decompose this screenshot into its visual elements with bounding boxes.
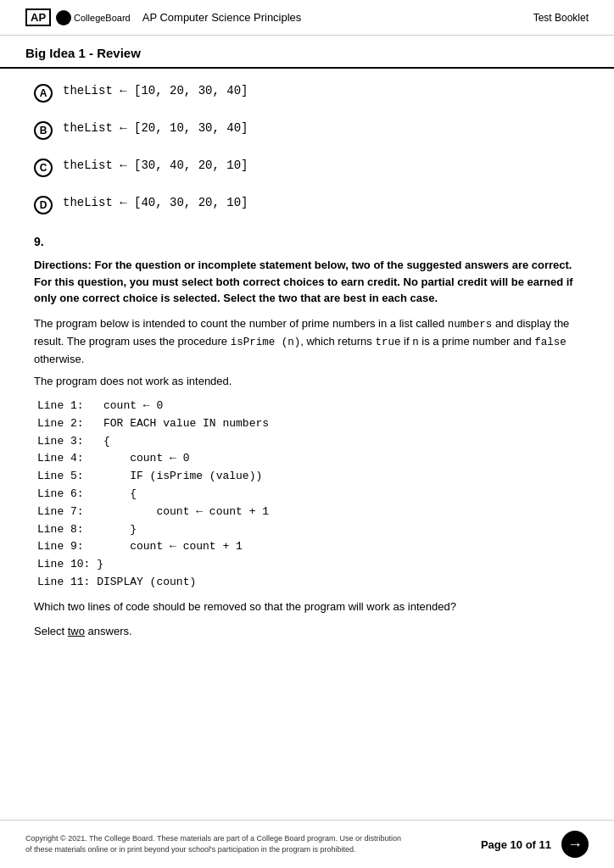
page-number: Page 10 of 11 (481, 838, 551, 851)
choice-a-circle: A (34, 84, 53, 103)
code-line-2: Line 2: FOR EACH value IN numbers (37, 415, 580, 433)
code-line-8: Line 8: } (37, 521, 580, 539)
ap-logo: AP (25, 8, 51, 26)
acorn-icon (56, 10, 71, 25)
body-text-5: is a prime number and (419, 335, 535, 348)
footer-text-2-underline: two (68, 625, 85, 637)
section-heading: Big Idea 1 - Review (0, 36, 614, 69)
collegeboard-logo: CollegeBoard (56, 10, 131, 25)
code-line-10: Line 10: } (37, 556, 580, 574)
arrow-icon: → (567, 836, 583, 854)
question-9: 9. Directions: For the question or incom… (34, 235, 580, 640)
choice-d-text: theList ← [40, 30, 20, 10] (63, 194, 248, 209)
choice-c-text: theList ← [30, 40, 20, 10] (63, 157, 248, 172)
code-line-7: Line 7: count ← count + 1 (37, 504, 580, 521)
body-text-3: , which returns (300, 335, 375, 348)
answer-choices: A theList ← [10, 20, 30, 40] B theList ←… (34, 82, 580, 214)
choice-c-circle: C (34, 159, 53, 177)
directions-text: Directions: For the question or incomple… (34, 257, 580, 307)
code-line-11: Line 11: DISPLAY (count) (37, 574, 580, 592)
choice-d[interactable]: D theList ← [40, 30, 20, 10] (34, 194, 580, 214)
directions-bold: Directions: For the question or incomple… (34, 259, 573, 304)
question-body-1: The program below is intended to count t… (34, 315, 580, 369)
body-code-isprime: isPrime (n) (231, 337, 301, 348)
header-right-label: Test Booklet (533, 12, 589, 24)
body-code-numbers: numbers (448, 319, 493, 331)
choice-b-letter: B (40, 125, 47, 136)
choice-b-circle: B (34, 121, 53, 140)
choice-b-text: theList ← [20, 10, 30, 40] (63, 120, 248, 135)
code-line-4: Line 4: count ← 0 (37, 450, 580, 468)
body-text-4: if (400, 335, 412, 348)
main-content: A theList ← [10, 20, 30, 40] B theList ←… (0, 82, 614, 640)
header-title: AP Computer Science Principles (142, 11, 302, 24)
code-line-5: Line 5: IF (isPrime (value)) (37, 468, 580, 486)
page-footer: Copyright © 2021. The College Board. The… (0, 820, 614, 868)
ap-text: AP (31, 11, 46, 24)
body-code-false: false (534, 337, 567, 348)
question-number: 9. (34, 235, 580, 248)
choice-b[interactable]: B theList ← [20, 10, 30, 40] (34, 120, 580, 140)
choice-a[interactable]: A theList ← [10, 20, 30, 40] (34, 82, 580, 103)
cb-label: CollegeBoard (74, 13, 131, 23)
footer-text-1: Which two lines of code should be remove… (34, 600, 456, 613)
question-body-2: The program does not work as intended. (34, 373, 580, 391)
code-block: Line 1: count ← 0 Line 2: FOR EACH value… (34, 398, 580, 592)
code-line-3: Line 3: { (37, 433, 580, 451)
body-text-1: The program below is intended to count t… (34, 317, 448, 330)
body-code-true: true (375, 337, 400, 348)
choice-c-letter: C (40, 162, 47, 174)
choice-d-circle: D (34, 196, 53, 214)
choice-c[interactable]: C theList ← [30, 40, 20, 10] (34, 157, 580, 177)
code-line-6: Line 6: { (37, 486, 580, 504)
footer-text-2-pre: Select (34, 625, 68, 637)
copyright-text: Copyright © 2021. The College Board. The… (25, 833, 407, 854)
footer-text-2-post: answers. (85, 625, 132, 637)
question-footer-1: Which two lines of code should be remove… (34, 598, 580, 616)
header-left: AP CollegeBoard AP Computer Science Prin… (25, 8, 301, 26)
code-line-9: Line 9: count ← count + 1 (37, 538, 580, 556)
choice-a-text: theList ← [10, 20, 30, 40] (63, 82, 248, 97)
page-header: AP CollegeBoard AP Computer Science Prin… (0, 0, 614, 36)
next-page-button[interactable]: → (561, 831, 589, 858)
question-footer-2: Select two answers. (34, 623, 580, 641)
footer-right: Page 10 of 11 → (481, 831, 589, 858)
body-code-n: n (412, 337, 419, 348)
code-line-1: Line 1: count ← 0 (37, 398, 580, 415)
choice-d-letter: D (40, 199, 47, 211)
body-text-6: otherwise. (34, 353, 84, 365)
choice-a-letter: A (40, 87, 47, 99)
